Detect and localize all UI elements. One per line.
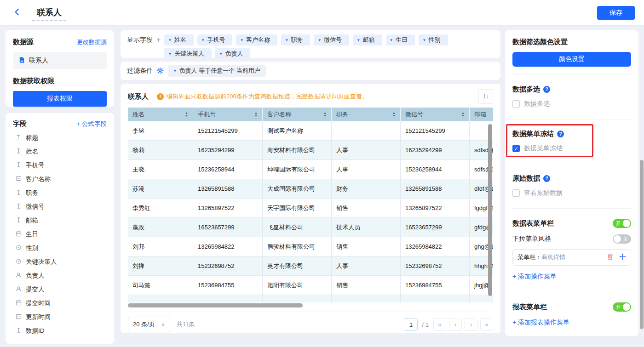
- column-header-email[interactable]: 邮箱: [470, 108, 493, 121]
- field-item-birthday[interactable]: 生日: [13, 228, 107, 241]
- chip-owner[interactable]: ▾负责人: [215, 48, 251, 58]
- add-report-action-menu-link[interactable]: + 添加报表操作菜单: [512, 319, 631, 327]
- sort-arrows-icon[interactable]: ▲▼: [254, 112, 258, 117]
- help-icon[interactable]: ?: [543, 86, 550, 93]
- checkbox-unchecked[interactable]: [512, 189, 520, 197]
- color-settings-button[interactable]: 颜色设置: [512, 52, 631, 67]
- field-item-wechat[interactable]: 微信号: [13, 200, 107, 214]
- last-page-button[interactable]: »: [480, 318, 493, 331]
- multi-select-checkbox-row[interactable]: 数据多选: [512, 100, 631, 108]
- text-field-icon: [16, 189, 22, 197]
- page-title[interactable]: 联系人: [32, 8, 66, 21]
- field-item-title[interactable]: 标题: [13, 131, 107, 145]
- page-of-label: / 1: [422, 321, 429, 328]
- checkbox-checked[interactable]: ✓: [512, 145, 520, 152]
- menu-freeze-checkbox-label: 数据菜单冻结: [524, 144, 563, 153]
- page-size-select[interactable]: 20 条/页 ∨: [128, 317, 170, 332]
- table-row: 王晓15236258944坤曜国际有限公司人事15236258944sdfs@1: [128, 160, 493, 179]
- date-field-icon: [16, 231, 22, 238]
- person-field-icon: [16, 272, 22, 279]
- table-header-row: 姓名▲▼ 手机号▲▼ 客户名称▲▼ 职务▲▼ 微信号▲▼ 邮箱: [128, 108, 493, 121]
- field-item-position[interactable]: 职务: [13, 186, 107, 200]
- dropdown-style-label: 下拉菜单风格: [512, 235, 551, 243]
- chip-phone[interactable]: ▾手机号: [197, 34, 233, 46]
- dropdown-style-toggle[interactable]: 关: [613, 234, 631, 244]
- radio-field-icon: [16, 258, 22, 266]
- toggle-knob: [623, 303, 630, 311]
- report-menu-toggle[interactable]: 开: [613, 302, 631, 312]
- help-icon[interactable]: ?: [543, 175, 550, 182]
- prev-page-button[interactable]: ‹: [449, 318, 462, 331]
- table-row-partial: [128, 295, 493, 302]
- chip-birthday[interactable]: ▾生日: [386, 34, 415, 46]
- current-page-input[interactable]: 1: [405, 318, 418, 331]
- dropdown-triangle-icon: ▾: [318, 38, 321, 42]
- trash-icon[interactable]: [607, 253, 614, 262]
- help-icon[interactable]: ?: [557, 131, 564, 137]
- column-header-wechat[interactable]: 微信号▲▼: [401, 108, 470, 121]
- page-size-value: 20 条/页: [133, 320, 155, 329]
- multi-select-section: 数据多选 ? 数据多选: [512, 75, 631, 119]
- window-scrollbar[interactable]: [640, 160, 644, 329]
- dropdown-triangle-icon: ▾: [174, 69, 176, 73]
- field-item-key-decision[interactable]: 关键决策人: [13, 255, 107, 269]
- column-header-phone[interactable]: 手机号▲▼: [193, 108, 263, 121]
- sort-arrows-icon[interactable]: ▲▼: [185, 112, 188, 117]
- filter-condition-chip[interactable]: ▾ 负责人 等于任意一个 当前用户: [168, 65, 266, 77]
- chip-key-decision[interactable]: ▾关键决策人: [164, 48, 212, 58]
- total-count: 共11条: [177, 320, 195, 329]
- sort-order-button[interactable]: 1↓: [478, 89, 493, 104]
- first-page-button[interactable]: «: [433, 318, 446, 331]
- chip-email[interactable]: ▾邮箱: [353, 34, 382, 46]
- field-item-phone[interactable]: 手机号: [13, 159, 107, 172]
- move-icon[interactable]: [619, 253, 626, 262]
- field-item-data-id[interactable]: 数据ID: [13, 324, 107, 338]
- field-item-submitter[interactable]: 提交人: [13, 283, 107, 296]
- chip-gender[interactable]: ▾性别: [419, 34, 448, 46]
- next-page-button[interactable]: ›: [465, 318, 477, 331]
- report-editor-page: 联系人 保存 数据源 更改数据源 联系人 数据获取权限 报表权限 字段 + 公式…: [0, 0, 644, 347]
- field-item-submit-time[interactable]: 提交时间: [13, 296, 107, 310]
- field-item-update-time[interactable]: 更新时间: [13, 310, 107, 324]
- change-datasource-link[interactable]: 更改数据源: [77, 38, 107, 46]
- dropdown-triangle-icon: ▾: [286, 38, 288, 42]
- sort-arrows-icon[interactable]: ▲▼: [392, 112, 396, 117]
- sort-arrows-icon[interactable]: ▲▼: [461, 112, 465, 117]
- table-menu-toggle[interactable]: 开: [613, 219, 631, 228]
- menu-bar-item[interactable]: 菜单栏： 商机详情: [512, 249, 631, 266]
- field-item-gender[interactable]: 性别: [13, 241, 107, 255]
- chip-name[interactable]: ▾姓名: [164, 34, 194, 46]
- column-header-name[interactable]: 姓名▲▼: [128, 108, 193, 121]
- column-header-customer[interactable]: 客户名称▲▼: [263, 108, 332, 121]
- chip-customer[interactable]: ▾客户名称: [236, 34, 277, 46]
- report-menu-section: 报表菜单栏 开 + 添加报表操作菜单: [512, 292, 631, 336]
- field-item-name[interactable]: 姓名: [13, 145, 107, 159]
- add-display-field-button[interactable]: +: [156, 36, 161, 44]
- report-permission-button[interactable]: 报表权限: [13, 91, 107, 107]
- menu-freeze-checkbox-row[interactable]: ✓ 数据菜单冻结: [512, 144, 631, 153]
- menu-bar-value: 商机详情: [541, 253, 565, 262]
- horizontal-scrollbar[interactable]: [128, 303, 303, 307]
- date-field-icon: [16, 300, 22, 307]
- column-header-position[interactable]: 职务▲▼: [332, 108, 401, 121]
- save-button[interactable]: 保存: [597, 6, 635, 20]
- field-item-email[interactable]: 邮箱: [13, 214, 107, 228]
- chip-position[interactable]: ▾职务: [281, 34, 310, 46]
- sort-arrows-icon[interactable]: ▲▼: [323, 112, 327, 117]
- chip-wechat[interactable]: ▾微信号: [314, 34, 349, 46]
- gear-icon[interactable]: [156, 67, 164, 74]
- checkbox-unchecked[interactable]: [512, 100, 520, 108]
- add-action-menu-link[interactable]: + 添加操作菜单: [512, 273, 631, 281]
- vertical-scrollbar[interactable]: [488, 124, 492, 296]
- back-button[interactable]: [13, 8, 21, 17]
- add-formula-field-link[interactable]: + 公式字段: [76, 120, 107, 128]
- table-title: 联系人: [128, 92, 149, 101]
- field-item-customer[interactable]: 客户名称: [13, 172, 107, 186]
- datasource-item[interactable]: 联系人: [13, 52, 107, 69]
- dropdown-triangle-icon: ▾: [241, 38, 243, 42]
- field-item-owner[interactable]: 负责人: [13, 269, 107, 283]
- text-field-icon: [16, 203, 22, 210]
- settings-panel: 数据筛选颜色设置 颜色设置 数据多选 ? 数据多选 数据菜单冻结 ? ✓ 数据菜…: [505, 30, 638, 336]
- raw-data-checkbox-row[interactable]: 查看原始数据: [512, 189, 631, 197]
- table-row: 刘禅15232698752英才有限公司人事15232698752hhgh@: [128, 256, 493, 276]
